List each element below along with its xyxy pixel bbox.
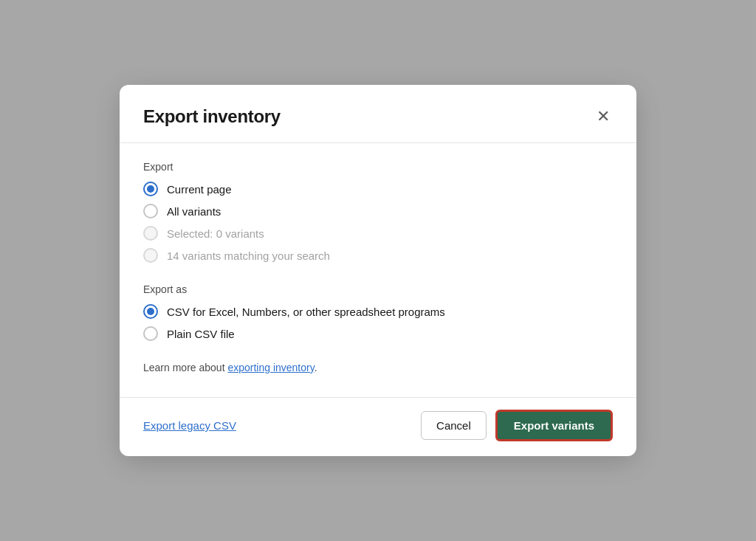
radio-csv-excel[interactable]: CSV for Excel, Numbers, or other spreads… — [143, 304, 613, 319]
export-section-label: Export — [143, 161, 613, 173]
export-legacy-csv-button[interactable]: Export legacy CSV — [143, 419, 236, 432]
modal-body: Export Current page All variants Selecte… — [120, 161, 636, 391]
radio-label-csv-excel: CSV for Excel, Numbers, or other spreads… — [167, 306, 445, 318]
radio-selected-variants: Selected: 0 variants — [143, 226, 613, 241]
header-divider — [120, 142, 636, 143]
export-as-radio-group: CSV for Excel, Numbers, or other spreads… — [143, 304, 613, 341]
modal-overlay: Export inventory ✕ Export Current page A… — [0, 0, 756, 541]
modal-header: Export inventory ✕ — [120, 85, 636, 142]
footer-actions: Cancel Export variants — [421, 410, 613, 441]
radio-current-page[interactable]: Current page — [143, 182, 613, 196]
modal-title: Export inventory — [143, 106, 281, 127]
radio-circle-plain-csv — [143, 326, 158, 341]
radio-matching-variants: 14 variants matching your search — [143, 248, 613, 263]
radio-label-selected-variants: Selected: 0 variants — [167, 227, 264, 240]
export-as-section-label: Export as — [143, 283, 613, 295]
export-modal: Export inventory ✕ Export Current page A… — [120, 85, 636, 456]
close-button[interactable]: ✕ — [594, 106, 613, 128]
radio-plain-csv[interactable]: Plain CSV file — [143, 326, 613, 341]
radio-all-variants[interactable]: All variants — [143, 204, 613, 218]
radio-label-all-variants: All variants — [167, 205, 221, 218]
close-icon: ✕ — [597, 108, 610, 125]
modal-footer: Export legacy CSV Cancel Export variants — [120, 397, 636, 456]
radio-label-current-page: Current page — [167, 183, 232, 196]
radio-label-matching-variants: 14 variants matching your search — [167, 249, 330, 262]
export-variants-button[interactable]: Export variants — [495, 410, 613, 441]
export-radio-group: Current page All variants Selected: 0 va… — [143, 182, 613, 263]
radio-circle-current-page — [143, 182, 158, 196]
cancel-button[interactable]: Cancel — [421, 411, 487, 440]
exporting-inventory-link[interactable]: exporting inventory — [227, 362, 314, 373]
radio-circle-matching-variants — [143, 248, 158, 263]
radio-circle-selected-variants — [143, 226, 158, 241]
radio-label-plain-csv: Plain CSV file — [167, 328, 235, 340]
learn-more-prefix: Learn more about — [143, 362, 227, 373]
radio-circle-all-variants — [143, 204, 158, 218]
learn-more-suffix: . — [315, 362, 317, 373]
learn-more-text: Learn more about exporting inventory. — [143, 362, 613, 373]
radio-circle-csv-excel — [143, 304, 158, 319]
